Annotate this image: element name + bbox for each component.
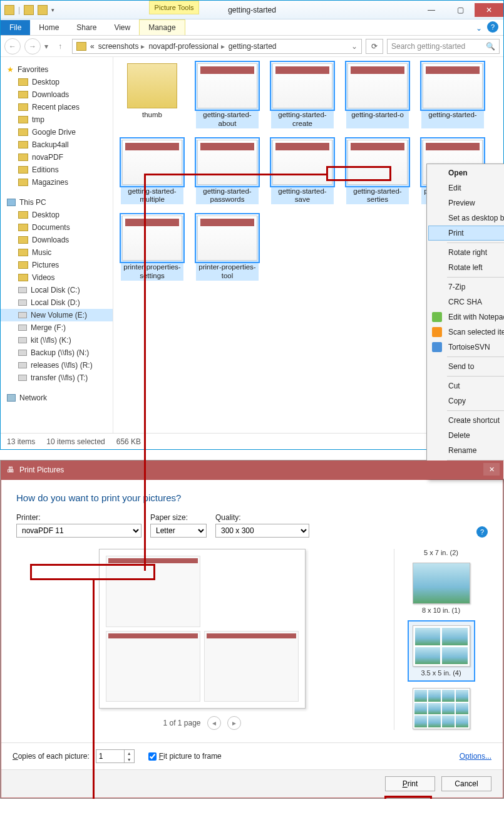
tree-item[interactable]: novaPDF — [1, 151, 113, 164]
fit-checkbox[interactable] — [148, 752, 157, 761]
chevron-down-icon[interactable]: ▾ — [51, 7, 54, 13]
tab-manage[interactable]: Manage — [139, 19, 185, 35]
tab-view[interactable]: View — [105, 20, 139, 35]
ctx-notepad[interactable]: Edit with Notepad++ — [428, 310, 504, 325]
file-item[interactable]: getting-started-save — [271, 140, 334, 205]
tree-thispc-header[interactable]: This PC — [1, 196, 113, 209]
ctx-7zip[interactable]: 7-Zip — [428, 279, 504, 294]
tree-item[interactable]: Magazines — [1, 176, 113, 189]
file-item[interactable]: getting-started- — [421, 63, 484, 128]
tree-item[interactable]: Backup (\\fls) (N:) — [1, 346, 113, 359]
copies-input[interactable] — [96, 749, 125, 763]
ctx-create-shortcut[interactable]: Create shortcut — [428, 413, 504, 428]
file-item[interactable]: getting-started-create — [271, 63, 334, 128]
new-folder-icon[interactable] — [38, 5, 48, 15]
ctx-tortoisesvn[interactable]: TortoiseSVN — [428, 340, 504, 355]
tree-item[interactable]: Downloads — [1, 88, 113, 101]
tree-item[interactable]: Local Disk (C:) — [1, 284, 113, 296]
ctx-rename[interactable]: Rename — [428, 443, 504, 458]
ctx-preview[interactable]: Preview — [428, 195, 504, 211]
paper-size-select[interactable]: Letter — [150, 524, 207, 538]
spinner-down-icon[interactable]: ▼ — [125, 756, 134, 762]
tree-item[interactable]: releases (\\fls) (R:) — [1, 359, 113, 372]
tree-favorites-header[interactable]: ★Favorites — [1, 63, 113, 76]
next-page-button[interactable]: ▸ — [227, 716, 241, 730]
breadcrumb-seg[interactable]: novapdf-professional▸ — [148, 42, 224, 51]
tab-home[interactable]: Home — [30, 20, 68, 35]
tree-item[interactable]: Merge (F:) — [1, 321, 113, 334]
maximize-button[interactable]: ▢ — [446, 3, 475, 17]
up-button[interactable]: ↑ — [52, 38, 68, 55]
tree-item[interactable]: Local Disk (D:) — [1, 296, 113, 309]
copies-spinner[interactable]: ▲▼ — [96, 749, 135, 763]
tree-item[interactable]: Documents — [1, 221, 113, 234]
back-button[interactable]: ← — [4, 38, 21, 55]
help-icon[interactable]: ? — [476, 526, 488, 538]
forward-button[interactable]: → — [24, 38, 41, 55]
ctx-print[interactable]: Print — [428, 226, 504, 241]
nav-tree[interactable]: ★Favorites DesktopDownloadsRecent places… — [1, 57, 113, 433]
close-button[interactable]: ✕ — [475, 3, 503, 17]
picture-tools-tab[interactable]: Picture Tools — [149, 1, 199, 14]
tree-item[interactable]: Recent places — [1, 101, 113, 113]
refresh-button[interactable]: ⟳ — [366, 39, 383, 54]
tree-item[interactable]: Desktop — [1, 76, 113, 88]
tree-item[interactable]: Editions — [1, 164, 113, 176]
search-input[interactable]: Search getting-started 🔍 — [387, 39, 500, 54]
ctx-open[interactable]: Open — [428, 165, 504, 180]
ctx-edit[interactable]: Edit — [428, 180, 504, 195]
file-item[interactable]: getting-started-passwords — [196, 140, 259, 205]
file-item[interactable]: getting-started-about — [196, 63, 259, 128]
help-icon[interactable]: ? — [487, 21, 498, 33]
ctx-rotate-left[interactable]: Rotate left — [428, 260, 504, 275]
ctx-cut[interactable]: Cut — [428, 378, 504, 393]
print-button[interactable]: Print — [385, 776, 435, 791]
layout-option[interactable] — [413, 688, 470, 729]
file-item[interactable]: getting-started-multiple — [121, 140, 183, 205]
cancel-button[interactable]: Cancel — [441, 776, 491, 791]
breadcrumb-seg[interactable]: screenshots▸ — [98, 42, 145, 51]
tab-share[interactable]: Share — [68, 20, 105, 35]
tree-item[interactable]: Pictures — [1, 259, 113, 271]
breadcrumb[interactable]: « screenshots▸ novapdf-professional▸ get… — [72, 39, 362, 54]
tree-item[interactable]: Backup4all — [1, 138, 113, 151]
file-item[interactable]: getting-started-o — [346, 63, 409, 128]
ctx-copy[interactable]: Copy — [428, 393, 504, 408]
tree-item[interactable]: kit (\\fls) (K:) — [1, 334, 113, 346]
ctx-rotate-right[interactable]: Rotate right — [428, 245, 504, 260]
prev-page-button[interactable]: ◂ — [207, 716, 221, 730]
file-item[interactable]: thumb — [121, 63, 183, 128]
fit-to-frame-checkbox[interactable]: Fit picture to frame — [148, 752, 222, 761]
ctx-crc-sha[interactable]: CRC SHA — [428, 294, 504, 310]
tree-item[interactable]: Google Drive — [1, 126, 113, 138]
dialog-close-button[interactable]: ✕ — [483, 463, 500, 476]
chevron-down-icon[interactable]: ⌄ — [351, 42, 357, 51]
layout-list[interactable]: 5 x 7 in. (2) 8 x 10 in. (1) 3.5 x 5 in.… — [394, 549, 488, 730]
ctx-delete[interactable]: Delete — [428, 428, 504, 443]
tree-item[interactable]: New Volume (E:) — [1, 309, 113, 321]
minimize-button[interactable]: — — [417, 3, 446, 17]
file-grid[interactable]: thumbgetting-started-aboutgetting-starte… — [113, 57, 503, 433]
spinner-up-icon[interactable]: ▲ — [125, 750, 134, 756]
tree-network-header[interactable]: Network — [1, 392, 113, 404]
ctx-scan-virus[interactable]: Scan selected items for viruses — [428, 325, 504, 340]
ctx-send-to[interactable]: Send to — [428, 359, 504, 374]
ctx-set-background[interactable]: Set as desktop background — [428, 211, 504, 226]
options-link[interactable]: Options... — [460, 752, 491, 761]
tree-item[interactable]: Desktop — [1, 209, 113, 221]
layout-option[interactable]: 8 x 10 in. (1) — [413, 563, 470, 614]
recent-locations-chevron[interactable]: ▾ — [44, 42, 48, 51]
file-item[interactable]: printer-properties-tool — [196, 216, 259, 281]
tree-item[interactable]: Music — [1, 246, 113, 259]
file-item[interactable]: printer-properties-settings — [121, 216, 183, 281]
layout-option[interactable]: 5 x 7 in. (2) — [424, 549, 458, 556]
tree-item[interactable]: tmp — [1, 113, 113, 126]
ribbon-expand-icon[interactable]: ⌄ — [471, 21, 487, 35]
quality-select[interactable]: 300 x 300 — [215, 524, 309, 538]
file-item[interactable]: getting-started-serties — [346, 140, 409, 205]
properties-icon[interactable] — [24, 5, 34, 15]
layout-option-selected[interactable]: 3.5 x 5 in. (4) — [408, 620, 475, 682]
breadcrumb-seg[interactable]: getting-started — [229, 42, 277, 51]
tree-item[interactable]: Downloads — [1, 234, 113, 246]
tree-item[interactable]: Videos — [1, 271, 113, 284]
